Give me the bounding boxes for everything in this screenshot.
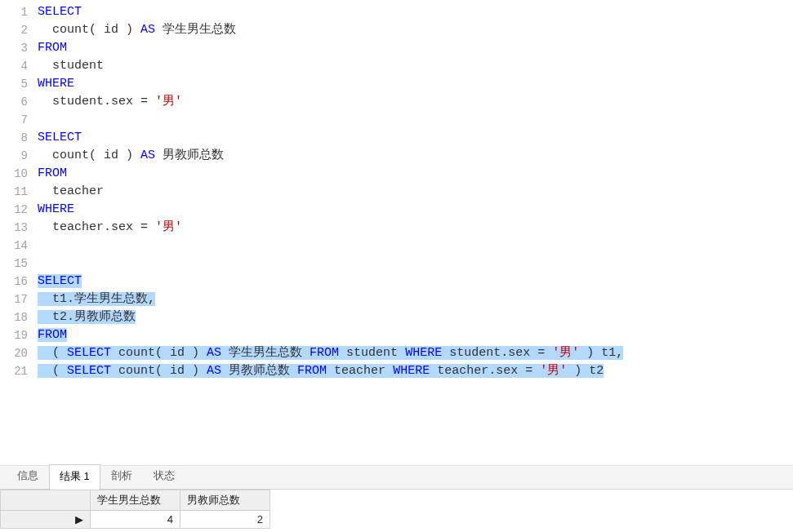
tab-label: 信息 [17,469,38,481]
tab-label: 结果 1 [60,470,90,482]
line-gutter: 123456789101112131415161718192021 [0,3,38,465]
line-number: 9 [0,147,28,165]
sql-editor[interactable]: 123456789101112131415161718192021 SELECT… [0,0,793,465]
line-number: 12 [0,201,28,219]
tab-2[interactable]: 剖析 [100,463,143,489]
code-line[interactable] [38,111,793,129]
line-number: 19 [0,326,28,344]
line-number: 15 [0,255,28,273]
line-number: 6 [0,93,28,111]
code-line[interactable]: t2.男教师总数 [38,308,793,326]
code-line[interactable] [38,237,793,255]
code-line[interactable]: SELECT [38,129,793,147]
line-number: 14 [0,237,28,255]
code-line[interactable]: FROM [38,326,793,344]
line-number: 11 [0,183,28,201]
line-number: 21 [0,362,28,380]
code-line[interactable]: WHERE [38,75,793,93]
line-number: 20 [0,344,28,362]
code-line[interactable]: ( SELECT count( id ) AS 男教师总数 FROM teach… [38,362,793,380]
results-panel: 信息结果 1剖析状态 学生男生总数男教师总数 ▶42 [0,465,793,532]
code-area[interactable]: SELECT count( id ) AS 学生男生总数FROM student… [38,3,793,465]
line-number: 18 [0,308,28,326]
column-header[interactable]: 学生男生总数 [91,490,180,511]
row-marker: ▶ [1,511,91,529]
code-line[interactable]: student.sex = '男' [38,93,793,111]
line-number: 5 [0,75,28,93]
result-table-area: 学生男生总数男教师总数 ▶42 [0,489,793,532]
result-table[interactable]: 学生男生总数男教师总数 ▶42 [0,490,270,529]
code-line[interactable]: count( id ) AS 男教师总数 [38,147,793,165]
result-header-row: 学生男生总数男教师总数 [1,490,270,511]
code-line[interactable]: teacher [38,183,793,201]
line-number: 4 [0,57,28,75]
code-line[interactable]: SELECT [38,273,793,290]
table-row[interactable]: ▶42 [1,511,270,529]
line-number: 13 [0,219,28,237]
tab-label: 剖析 [111,469,132,481]
results-tabs: 信息结果 1剖析状态 [0,466,793,489]
tab-label: 状态 [154,469,175,481]
line-number: 10 [0,165,28,183]
code-line[interactable]: student [38,57,793,75]
code-line[interactable]: FROM [38,39,793,57]
code-line[interactable]: count( id ) AS 学生男生总数 [38,21,793,39]
cell[interactable]: 4 [91,511,180,529]
code-line[interactable]: teacher.sex = '男' [38,219,793,237]
line-number: 17 [0,290,28,308]
tab-0[interactable]: 信息 [7,463,49,489]
column-header[interactable]: 男教师总数 [180,490,270,511]
line-number: 2 [0,21,28,39]
tab-3[interactable]: 状态 [143,463,185,489]
code-line[interactable]: ( SELECT count( id ) AS 学生男生总数 FROM stud… [38,344,793,362]
row-handle-header [1,490,91,511]
line-number: 8 [0,129,28,147]
code-line[interactable]: SELECT [38,3,793,21]
line-number: 1 [0,3,28,21]
code-line[interactable] [38,255,793,273]
code-line[interactable]: FROM [38,165,793,183]
code-line[interactable]: t1.学生男生总数, [38,290,793,308]
tab-1[interactable]: 结果 1 [49,464,100,490]
code-line[interactable]: WHERE [38,201,793,219]
cell[interactable]: 2 [180,511,270,529]
line-number: 7 [0,111,28,129]
line-number: 3 [0,39,28,57]
line-number: 16 [0,273,28,290]
